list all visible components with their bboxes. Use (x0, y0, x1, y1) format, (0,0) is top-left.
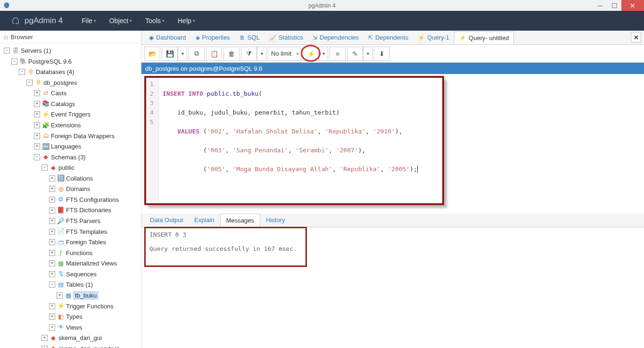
toggle-icon[interactable]: + (34, 90, 40, 96)
tree-trigger-functions[interactable]: Trigger Functions (66, 302, 114, 309)
tab-query-untitled[interactable]: ⚡Query- untitled (454, 32, 514, 44)
tab-history[interactable]: History (260, 214, 290, 227)
tree-sequences[interactable]: Sequences (66, 270, 97, 277)
tree-db-postgres[interactable]: db_postgres (43, 79, 77, 86)
row-limit-select[interactable]: No limit ▾ (268, 47, 301, 61)
tab-sql[interactable]: 🗎SQL (235, 32, 264, 43)
tab-dashboard[interactable]: ◉Dashboard (144, 32, 191, 43)
tab-query-1[interactable]: ⚡Query-1 (413, 32, 454, 43)
toggle-icon[interactable]: + (34, 133, 40, 139)
tree-schemas[interactable]: Schemas (3) (51, 153, 86, 160)
toggle-icon[interactable]: − (19, 69, 25, 75)
tree-views[interactable]: Views (66, 323, 82, 331)
tree-tables[interactable]: Tables (1) (66, 281, 93, 288)
tree-skema-qt[interactable]: skema_dari_querytool (58, 345, 119, 348)
toggle-icon[interactable]: + (49, 250, 55, 256)
tab-statistics[interactable]: 📈Statistics (264, 32, 308, 43)
toggle-icon[interactable]: + (49, 175, 55, 182)
copy-button[interactable]: ⧉ (189, 47, 205, 61)
download-button[interactable]: ⬇ (374, 47, 390, 61)
tree-servers[interactable]: Servers (1) (21, 47, 51, 54)
toggle-icon[interactable]: − (41, 165, 48, 171)
tab-explain[interactable]: Explain (189, 214, 220, 227)
toggle-icon[interactable]: + (49, 260, 55, 266)
tab-dependencies[interactable]: ⇲Dependencies (308, 32, 363, 43)
explain-dropdown[interactable]: ▾ (363, 47, 372, 61)
toggle-icon[interactable]: + (49, 324, 55, 331)
tab-data-output[interactable]: Data Output (144, 214, 189, 227)
close-button[interactable]: ✕ (621, 0, 644, 11)
execute-button[interactable]: ⚡ (303, 47, 319, 61)
object-tree[interactable]: −🗄Servers (1) −🐘PostgreSQL 9.6 −🛢Databas… (0, 43, 141, 348)
toggle-icon[interactable]: + (34, 122, 40, 128)
toggle-icon[interactable]: + (49, 303, 55, 309)
toggle-icon[interactable]: + (34, 101, 40, 107)
toggle-icon[interactable]: − (4, 48, 10, 54)
toggle-icon[interactable]: + (49, 186, 55, 192)
maximize-button[interactable]: ☐ (607, 0, 621, 11)
toggle-icon[interactable]: + (49, 239, 55, 245)
tree-types[interactable]: Types (66, 313, 83, 320)
tree-foreign-tables[interactable]: Foreign Tables (66, 239, 106, 246)
tree-functions[interactable]: Functions (66, 249, 92, 256)
tree-public[interactable]: public (58, 164, 74, 171)
tree-collations[interactable]: Collations (66, 174, 93, 182)
app-logo: pgAdmin 4 (10, 16, 63, 26)
minimize-button[interactable]: ─ (593, 0, 607, 11)
tree-fts-templates[interactable]: FTS Templates (66, 228, 107, 235)
tree-fts-conf[interactable]: FTS Configurations (66, 196, 119, 203)
filter-button[interactable]: ⧩ (241, 47, 257, 61)
save-dropdown[interactable]: ▾ (178, 47, 187, 61)
menu-tools[interactable]: Tools▾ (145, 17, 165, 25)
tree-databases[interactable]: Databases (4) (36, 68, 74, 75)
toggle-icon[interactable]: + (41, 335, 48, 341)
stop-button[interactable]: ■ (330, 47, 346, 61)
types-icon: ◧ (57, 312, 65, 322)
tree-skema-gui[interactable]: skema_dari_gui (58, 334, 102, 341)
tree-mat-views[interactable]: Materialized Views (66, 260, 117, 267)
toggle-icon[interactable]: + (49, 314, 55, 320)
tree-pgserver[interactable]: PostgreSQL 9.6 (28, 58, 72, 65)
menu-file[interactable]: File▾ (82, 17, 96, 25)
tree-catalogs[interactable]: Catalogs (51, 100, 75, 107)
tree-fts-dict[interactable]: FTS Dictionaries (66, 207, 111, 214)
tree-domains[interactable]: Domains (66, 185, 90, 192)
toggle-icon[interactable]: + (34, 143, 40, 149)
close-tab-button[interactable]: ✕ (631, 32, 641, 42)
tree-fts-parsers[interactable]: FTS Parsers (66, 217, 100, 224)
toggle-icon[interactable]: + (49, 207, 55, 214)
explain-button[interactable]: ✎ (347, 47, 363, 61)
sql-icon: 🗎 (239, 34, 245, 41)
execute-dropdown[interactable]: ▾ (319, 47, 328, 61)
tab-messages[interactable]: Messages (220, 214, 260, 227)
save-button[interactable]: 💾 (162, 47, 178, 61)
tree-casts[interactable]: Casts (51, 90, 66, 97)
toggle-icon[interactable]: − (49, 282, 55, 288)
toggle-icon[interactable]: + (49, 229, 55, 235)
tree-tb-buku[interactable]: tb_buku (74, 291, 98, 299)
tree-fdw[interactable]: Foreign Data Wrappers (51, 132, 115, 139)
open-file-button[interactable]: 📂 (144, 47, 160, 61)
toggle-icon[interactable]: + (57, 292, 63, 298)
menu-object[interactable]: Object▾ (109, 17, 132, 25)
toggle-icon[interactable]: + (49, 271, 55, 277)
tree-languages[interactable]: Languages (51, 143, 81, 150)
toggle-icon[interactable]: + (34, 111, 40, 117)
tab-dependents[interactable]: ⇱Dependents (363, 32, 413, 43)
toggle-icon[interactable]: − (34, 154, 40, 160)
sql-editor[interactable]: 1 2 3 4 5 INSERT INTO public.tb_buku( id… (146, 78, 442, 203)
paste-button[interactable]: 📋 (206, 47, 222, 61)
toggle-icon[interactable]: − (11, 58, 17, 65)
toggle-icon[interactable]: + (49, 197, 55, 203)
toggle-icon[interactable]: − (26, 80, 33, 86)
toggle-icon[interactable]: + (49, 218, 55, 224)
menu-help[interactable]: Help▾ (178, 17, 195, 25)
functions-icon: ƒ (57, 248, 65, 258)
code-area[interactable]: INSERT INTO public.tb_buku( id_buku, jud… (159, 78, 421, 203)
filter-dropdown[interactable]: ▾ (257, 47, 266, 61)
toggle-icon[interactable]: + (41, 346, 48, 348)
delete-button[interactable]: 🗑 (223, 47, 239, 61)
tree-event-triggers[interactable]: Event Triggers (51, 111, 91, 118)
tree-extensions[interactable]: Extensions (51, 122, 81, 129)
tab-properties[interactable]: ◈Properties (191, 32, 235, 43)
